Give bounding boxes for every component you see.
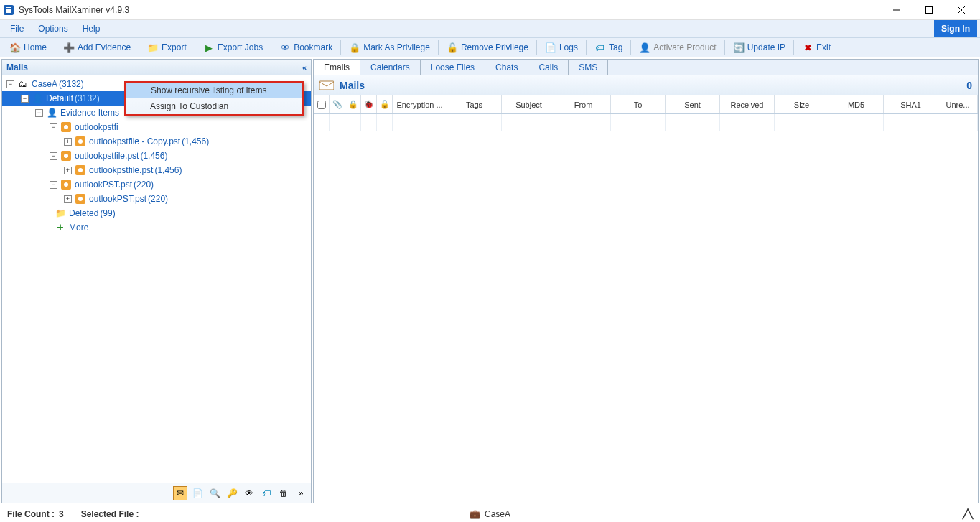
remove-privilege-button[interactable]: 🔓Remove Privilege	[440, 39, 535, 55]
expander-icon[interactable]: −	[6, 80, 14, 88]
document-icon: 📄	[545, 42, 556, 53]
person-icon: 👤	[46, 107, 57, 118]
tree-pst1-sub[interactable]: + outlookpstfile - Copy.pst (1,456)	[2, 134, 311, 149]
menu-options[interactable]: Options	[31, 22, 75, 35]
grid-header: 📎 🔒 🐞 🔓 Encryption ... Tags Subject From…	[314, 95, 978, 114]
chevron-up-icon[interactable]: ╱╲	[963, 509, 973, 519]
ctx-assign-custodian[interactable]: Assign To Custodian	[126, 98, 302, 114]
tree-pst2-sub[interactable]: + outlookpstfile.pst (1,456)	[2, 163, 311, 177]
trash-icon[interactable]: 🗑	[276, 486, 291, 500]
tree-pst3-sub[interactable]: + outlookPST.pst (220)	[2, 192, 311, 206]
col-from[interactable]: From	[556, 95, 611, 113]
col-bug-icon[interactable]: 🐞	[361, 95, 377, 113]
exit-button[interactable]: ✖Exit	[795, 39, 837, 55]
col-sha1[interactable]: SHA1	[884, 95, 938, 113]
expander-icon[interactable]: −	[21, 95, 29, 103]
export-jobs-button[interactable]: ▶Export Jobs	[197, 39, 269, 55]
expander-icon[interactable]: +	[64, 195, 72, 203]
key-icon[interactable]: 🔑	[225, 486, 239, 500]
eye-icon[interactable]: 👁	[242, 486, 256, 500]
svg-point-8	[78, 139, 83, 144]
tab-calls[interactable]: Calls	[528, 60, 569, 75]
pane-title: Mails	[340, 80, 966, 91]
col-encryption[interactable]: Encryption ...	[393, 95, 447, 113]
tab-emails[interactable]: Emails	[314, 60, 360, 75]
main-area: Mails « − 🗂 CaseA (3132) − 👤 Default (31…	[0, 57, 980, 505]
statusbar: File Count : 3 Selected File : 💼 CaseA ╱…	[0, 505, 980, 522]
eye-icon: 👁	[279, 42, 291, 53]
tab-loose-files[interactable]: Loose Files	[421, 60, 485, 75]
mark-privilege-button[interactable]: 🔒Mark As Privilege	[342, 39, 437, 55]
menu-help[interactable]: Help	[75, 22, 108, 35]
col-attachment-icon[interactable]: 📎	[330, 95, 345, 113]
expander-icon[interactable]: +	[64, 138, 72, 146]
logs-button[interactable]: 📄Logs	[538, 39, 584, 55]
tab-calendars[interactable]: Calendars	[360, 60, 421, 75]
selected-file-label: Selected File :	[81, 509, 139, 519]
tree-deleted[interactable]: 📁 Deleted (99)	[2, 206, 311, 220]
expander-icon[interactable]: −	[50, 123, 57, 131]
page-icon[interactable]: 📄	[190, 486, 205, 500]
lock-icon: 🔒	[349, 42, 360, 53]
col-to[interactable]: To	[611, 95, 666, 113]
outlook-icon	[60, 121, 72, 133]
tab-chats[interactable]: Chats	[485, 60, 528, 75]
activate-product-button[interactable]: 👤Activate Product	[633, 39, 722, 55]
mail-view-icon[interactable]: ✉	[173, 486, 187, 500]
briefcase-icon: 💼	[470, 509, 480, 519]
col-tags[interactable]: Tags	[447, 95, 502, 113]
expander-icon[interactable]: +	[64, 167, 72, 174]
app-logo-icon	[3, 4, 14, 16]
col-unread[interactable]: Unre...	[938, 95, 978, 113]
col-sent[interactable]: Sent	[666, 95, 720, 113]
update-ip-button[interactable]: 🔄Update IP	[727, 39, 792, 55]
expander-icon[interactable]: −	[35, 109, 43, 117]
case-icon: 🗂	[17, 78, 29, 90]
tree: − 🗂 CaseA (3132) − 👤 Default (3132) Show…	[2, 75, 311, 483]
maximize-button[interactable]	[913, 0, 945, 20]
tree-pst3[interactable]: − outlookPST.pst (220)	[2, 177, 311, 192]
user-icon: 👤	[639, 42, 650, 53]
expander-icon[interactable]: −	[50, 152, 57, 160]
ctx-show-recursive[interactable]: Show recursive listing of items	[126, 83, 302, 98]
col-md5[interactable]: MD5	[829, 95, 884, 113]
outlook-icon	[75, 193, 86, 205]
tree-pst2[interactable]: − outlookpstfile.pst (1,456)	[2, 149, 311, 163]
bookmark-button[interactable]: 👁Bookmark	[273, 39, 339, 55]
file-count-value: 3	[59, 509, 64, 519]
file-count-label: File Count :	[7, 509, 55, 519]
col-size[interactable]: Size	[775, 95, 829, 113]
menubar: File Options Help Sign In	[0, 20, 980, 37]
plus-icon: +	[55, 222, 66, 233]
home-button[interactable]: 🏠Home	[3, 39, 53, 55]
tab-sms[interactable]: SMS	[569, 60, 608, 75]
minimize-button[interactable]	[880, 0, 913, 20]
folder-icon: 📁	[147, 42, 159, 53]
svg-point-14	[64, 182, 68, 187]
col-lock-icon[interactable]: 🔒	[345, 95, 361, 113]
collapse-icon[interactable]: «	[302, 63, 307, 72]
status-case: 💼 CaseA	[470, 509, 510, 519]
grid-body	[314, 114, 978, 503]
context-menu: Show recursive listing of items Assign T…	[124, 81, 304, 116]
add-evidence-button[interactable]: ➕Add Evidence	[57, 39, 137, 55]
export-button[interactable]: 📁Export	[141, 39, 193, 55]
expander-icon[interactable]: −	[50, 181, 57, 189]
col-subject[interactable]: Subject	[502, 95, 556, 113]
titlebar: SysTools MailXaminer v4.9.3	[0, 0, 980, 20]
col-privilege-icon[interactable]: 🔓	[377, 95, 393, 113]
sidebar-header: Mails «	[2, 60, 311, 75]
tree-pst1[interactable]: − outlookpstfi	[2, 120, 311, 134]
expand-icon[interactable]: »	[294, 486, 308, 500]
col-received[interactable]: Received	[720, 95, 775, 113]
tag-button[interactable]: 🏷Tag	[588, 39, 629, 55]
close-button[interactable]	[945, 0, 977, 20]
col-checkbox[interactable]	[314, 95, 330, 113]
menu-file[interactable]: File	[3, 22, 31, 35]
status-case-name: CaseA	[485, 509, 510, 519]
signin-button[interactable]: Sign In	[934, 20, 977, 37]
tag-icon[interactable]: 🏷	[259, 486, 274, 500]
search-icon[interactable]: 🔍	[207, 486, 222, 500]
tree-more[interactable]: + More	[2, 220, 311, 235]
pane-count: 0	[966, 80, 972, 91]
